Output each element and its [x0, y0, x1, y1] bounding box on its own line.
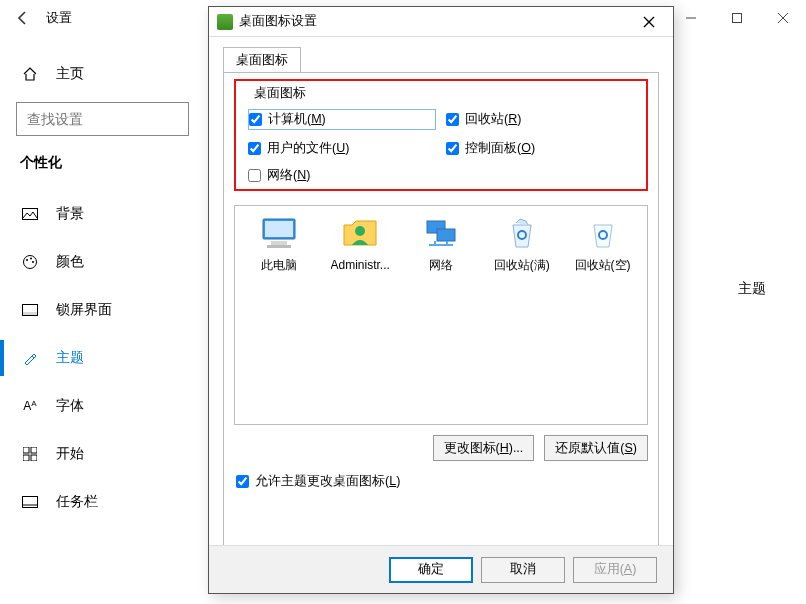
- preview-item-user[interactable]: Administr...: [320, 214, 401, 416]
- preview-item-recycle-full[interactable]: 回收站(满): [481, 214, 562, 416]
- group-title: 桌面图标: [250, 85, 310, 102]
- checkbox-recycle-bin[interactable]: 回收站(R): [446, 109, 634, 130]
- ok-button[interactable]: 确定: [389, 557, 473, 583]
- restore-defaults-button[interactable]: 还原默认值(S): [544, 435, 648, 461]
- minimize-button[interactable]: [668, 3, 714, 33]
- icon-action-buttons: 更改图标(H)... 还原默认值(S): [433, 435, 648, 461]
- checkbox-cpl-input[interactable]: [446, 142, 459, 155]
- preview-label: 网络: [429, 258, 453, 272]
- svg-rect-11: [23, 455, 29, 461]
- content-fragment: 主题: [738, 280, 766, 298]
- checkbox-network[interactable]: 网络(N): [248, 167, 436, 184]
- settings-sidebar: 主页 个性化 背景 颜色 锁屏界面: [0, 36, 205, 604]
- svg-rect-8: [23, 312, 37, 315]
- settings-window-title: 设置: [46, 9, 72, 27]
- checkbox-userfiles-input[interactable]: [248, 142, 261, 155]
- svg-rect-1: [733, 14, 742, 23]
- this-pc-icon: [258, 214, 300, 252]
- svg-rect-10: [31, 447, 37, 453]
- svg-rect-16: [265, 221, 293, 237]
- search-input[interactable]: [16, 102, 189, 136]
- dialog-title: 桌面图标设置: [239, 13, 631, 30]
- checkbox-computer[interactable]: 计算机(M): [248, 109, 436, 130]
- dialog-footer: 确定 取消 应用(A): [209, 545, 673, 593]
- home-icon: [20, 66, 40, 82]
- sidebar-item-label: 背景: [56, 205, 84, 223]
- sidebar-search: [16, 102, 189, 136]
- close-button[interactable]: [760, 3, 806, 33]
- preview-label: 回收站(空): [575, 258, 631, 272]
- back-icon[interactable]: [8, 10, 38, 26]
- recycle-bin-empty-icon: [582, 214, 624, 252]
- desktop-icon-settings-dialog: 桌面图标设置 桌面图标 桌面图标 计算机(M) 回收站(R): [208, 6, 674, 594]
- apply-button[interactable]: 应用(A): [573, 557, 657, 583]
- preview-item-this-pc[interactable]: 此电脑: [239, 214, 320, 416]
- preview-label: 回收站(满): [494, 258, 550, 272]
- sidebar-item-label: 锁屏界面: [56, 301, 112, 319]
- user-folder-icon: [339, 214, 381, 252]
- recycle-bin-full-icon: [501, 214, 543, 252]
- sidebar-item-lockscreen[interactable]: 锁屏界面: [0, 286, 205, 334]
- dialog-app-icon: [217, 14, 233, 30]
- tab-desktop-icons[interactable]: 桌面图标: [223, 47, 301, 73]
- sidebar-item-taskbar[interactable]: 任务栏: [0, 478, 205, 526]
- sidebar-home[interactable]: 主页: [0, 54, 205, 94]
- sidebar-item-start[interactable]: 开始: [0, 430, 205, 478]
- tab-panel: 桌面图标 计算机(M) 回收站(R) 用户的文件(U): [223, 72, 659, 566]
- desktop-icons-group: 桌面图标 计算机(M) 回收站(R) 用户的文件(U): [234, 79, 648, 191]
- sidebar-item-label: 任务栏: [56, 493, 98, 511]
- svg-rect-17: [271, 241, 287, 245]
- checkbox-recycle-input[interactable]: [446, 113, 459, 126]
- window-controls: [668, 3, 806, 33]
- taskbar-icon: [20, 496, 40, 508]
- checkbox-allow-themes[interactable]: 允许主题更改桌面图标(L): [236, 473, 400, 490]
- theme-icon: [20, 350, 40, 366]
- sidebar-item-themes[interactable]: 主题: [0, 334, 205, 382]
- checkbox-allow-themes-input[interactable]: [236, 475, 249, 488]
- svg-point-19: [355, 226, 365, 236]
- preview-item-recycle-empty[interactable]: 回收站(空): [562, 214, 643, 416]
- tabstrip: 桌面图标: [223, 47, 659, 73]
- sidebar-item-fonts[interactable]: AA 字体: [0, 382, 205, 430]
- maximize-button[interactable]: [714, 3, 760, 33]
- lockscreen-icon: [20, 304, 40, 316]
- preview-item-network[interactable]: 网络: [401, 214, 482, 416]
- sidebar-home-label: 主页: [56, 65, 84, 83]
- preview-label: Administr...: [331, 258, 390, 272]
- sidebar-item-label: 颜色: [56, 253, 84, 271]
- change-icon-button[interactable]: 更改图标(H)...: [433, 435, 535, 461]
- svg-rect-18: [267, 245, 291, 248]
- svg-point-4: [26, 259, 28, 261]
- image-icon: [20, 208, 40, 220]
- preview-label: 此电脑: [261, 258, 297, 272]
- sidebar-item-label: 字体: [56, 397, 84, 415]
- cancel-button[interactable]: 取消: [481, 557, 565, 583]
- checkbox-computer-input[interactable]: [249, 113, 262, 126]
- svg-rect-9: [23, 447, 29, 453]
- start-icon: [20, 447, 40, 461]
- sidebar-item-label: 主题: [56, 349, 84, 367]
- checkbox-network-input[interactable]: [248, 169, 261, 182]
- sidebar-item-colors[interactable]: 颜色: [0, 238, 205, 286]
- sidebar-item-label: 开始: [56, 445, 84, 463]
- svg-point-5: [30, 258, 32, 260]
- svg-point-6: [32, 261, 34, 263]
- network-icon: [420, 214, 462, 252]
- dialog-close-button[interactable]: [631, 11, 667, 33]
- font-icon: AA: [20, 399, 40, 413]
- sidebar-section-header: 个性化: [0, 154, 205, 172]
- icon-preview-list: 此电脑 Administr... 网络: [234, 205, 648, 425]
- sidebar-item-background[interactable]: 背景: [0, 190, 205, 238]
- svg-rect-12: [31, 455, 37, 461]
- checkbox-user-files[interactable]: 用户的文件(U): [248, 140, 436, 157]
- svg-rect-13: [23, 497, 38, 508]
- palette-icon: [20, 254, 40, 270]
- svg-point-3: [24, 256, 37, 269]
- svg-rect-21: [437, 229, 455, 241]
- dialog-titlebar: 桌面图标设置: [209, 7, 673, 37]
- svg-rect-2: [23, 209, 38, 220]
- checkbox-control-panel[interactable]: 控制面板(O): [446, 140, 634, 157]
